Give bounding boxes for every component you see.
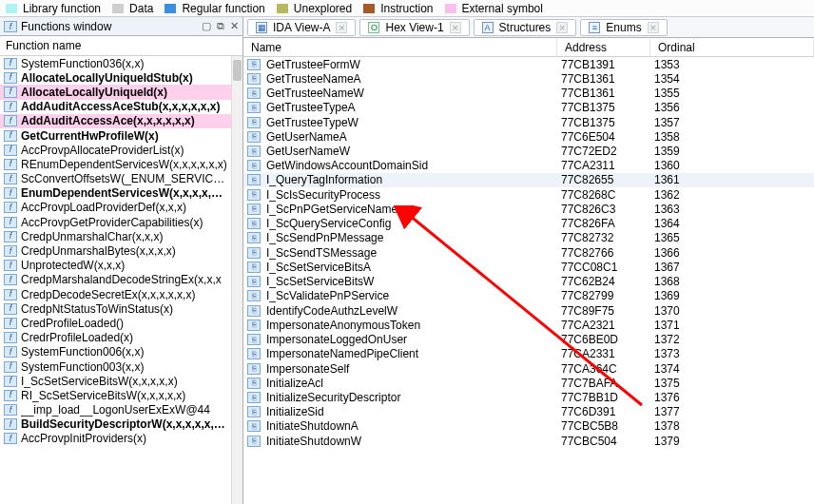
tab-hex[interactable]: OHex View-1×: [359, 19, 469, 36]
tab-close-icon[interactable]: ×: [336, 22, 347, 33]
export-row[interactable]: ⎘I_ScValidatePnPService77C827991369: [243, 289, 814, 303]
export-ordinal: 1376: [654, 391, 814, 404]
tab-enum[interactable]: ≡Enums×: [580, 19, 667, 36]
function-name: SystemFunction006(x,x): [21, 345, 144, 359]
function-row[interactable]: fSystemFunction003(x,x): [0, 359, 242, 374]
function-row[interactable]: fAccProvpGetProviderCapabilities(x): [0, 215, 242, 229]
export-row[interactable]: ⎘GetTrusteeFormW77CB13911353: [243, 57, 814, 71]
export-icon: ⎘: [247, 290, 261, 301]
export-row[interactable]: ⎘InitiateShutdownW77CBC5041379: [243, 434, 814, 448]
export-row[interactable]: ⎘I_QueryTagInformation77C826551361: [243, 173, 814, 187]
enum-icon: ≡: [589, 22, 600, 33]
function-row[interactable]: fAccProvpInitProviders(x): [0, 432, 242, 446]
column-address[interactable]: Address: [557, 39, 650, 56]
function-row[interactable]: fCredpUnmarshalBytes(x,x,x,x): [0, 243, 242, 258]
export-name: ImpersonateAnonymousToken: [266, 319, 561, 332]
function-row[interactable]: fREnumDependentServicesW(x,x,x,x,x,x): [0, 157, 242, 171]
function-row[interactable]: fCredrProfileLoaded(x): [0, 331, 242, 345]
function-row[interactable]: fAllocateLocallyUniqueId(x): [0, 85, 242, 99]
export-row[interactable]: ⎘ImpersonateLoggedOnUser77C6BE0D1372: [243, 332, 814, 346]
export-address: 77C82655: [561, 173, 654, 186]
export-icon: ⎘: [247, 276, 261, 287]
export-name: InitiateShutdownA: [266, 419, 561, 433]
tab-close-icon[interactable]: ×: [556, 22, 568, 33]
export-address: 77C72ED2: [561, 145, 654, 158]
function-row[interactable]: fSystemFunction006(x,x): [0, 345, 242, 359]
export-row[interactable]: ⎘InitiateShutdownA77CBC5B81378: [243, 419, 814, 434]
function-row[interactable]: fUnprotectedW(x,x,x): [0, 259, 242, 273]
export-row[interactable]: ⎘GetUserNameA77C6E5041358: [243, 129, 814, 144]
function-row[interactable]: fAddAuditAccessAce(x,x,x,x,x,x): [0, 114, 242, 128]
function-row[interactable]: fAccProvpLoadProviderDef(x,x,x): [0, 201, 242, 215]
export-row[interactable]: ⎘GetTrusteeNameW77CB13611355: [243, 86, 814, 100]
panel-close-icon[interactable]: ✕: [230, 21, 239, 31]
function-name: AddAuditAccessAce(x,x,x,x,x,x): [21, 114, 195, 127]
export-row[interactable]: ⎘GetTrusteeTypeA77CB13751356: [243, 101, 814, 115]
export-row[interactable]: ⎘ImpersonateSelf77CA364C1374: [243, 361, 814, 376]
exports-list[interactable]: ⎘GetTrusteeFormW77CB13911353⎘GetTrusteeN…: [243, 57, 814, 504]
export-row[interactable]: ⎘I_ScIsSecurityProcess77C8268C1362: [243, 187, 814, 202]
export-ordinal: 1364: [654, 217, 814, 230]
function-row[interactable]: fCredpDecodeSecretEx(x,x,x,x,x,x): [0, 287, 242, 301]
panel-maximize-icon[interactable]: ⧉: [217, 21, 224, 31]
export-name: ImpersonateLoggedOnUser: [266, 333, 561, 346]
export-row[interactable]: ⎘GetTrusteeTypeW77CB13751357: [243, 115, 814, 129]
function-row[interactable]: fCredProfileLoaded(): [0, 316, 242, 330]
function-row[interactable]: fAllocateLocallyUniqueIdStub(x): [0, 70, 242, 85]
tab-close-icon[interactable]: ×: [648, 22, 659, 33]
functions-column-header[interactable]: Function name: [0, 36, 242, 56]
export-row[interactable]: ⎘I_ScQueryServiceConfig77C826FA1364: [243, 217, 814, 231]
function-row[interactable]: fGetCurrentHwProfileW(x): [0, 128, 242, 143]
tab-label: IDA View-A: [273, 21, 330, 34]
export-row[interactable]: ⎘InitializeAcl77C7BAFA1375: [243, 376, 814, 390]
function-row[interactable]: fAddAuditAccessAceStub(x,x,x,x,x,x): [0, 100, 242, 114]
panel-undock-icon[interactable]: ▢: [202, 21, 211, 31]
export-row[interactable]: ⎘GetUserNameW77C72ED21359: [243, 144, 814, 158]
export-row[interactable]: ⎘GetTrusteeNameA77CB13611354: [243, 71, 814, 86]
export-row[interactable]: ⎘IdentifyCodeAuthzLevelW77C89F751370: [243, 303, 814, 318]
functions-list[interactable]: fSystemFunction036(x,x)fAllocateLocallyU…: [0, 56, 242, 504]
function-row[interactable]: fBuildSecurityDescriptorW(x,x,x,x,x,x,x: [0, 417, 242, 432]
export-row[interactable]: ⎘I_ScSendTSMessage77C827661366: [243, 245, 814, 260]
function-name: CredpUnmarshalBytes(x,x,x,x): [21, 244, 176, 258]
function-row[interactable]: fSystemFunction036(x,x): [0, 56, 242, 70]
export-row[interactable]: ⎘I_ScSetServiceBitsA77CC08C11367: [243, 260, 814, 274]
legend-chip-external: [445, 4, 456, 13]
scrollbar-track[interactable]: [231, 56, 242, 504]
export-icon: ⎘: [247, 174, 261, 185]
export-row[interactable]: ⎘GetWindowsAccountDomainSid77CA23111360: [243, 159, 814, 173]
func-icon: f: [4, 346, 17, 358]
column-name[interactable]: Name: [243, 39, 557, 56]
function-row[interactable]: fCredpMarshalandDecodeStringEx(x,x,x: [0, 273, 242, 287]
function-name: CredpNtStatusToWinStatus(x): [21, 302, 173, 316]
export-address: 77C6D391: [561, 405, 654, 418]
function-row[interactable]: f__imp_load__LogonUserExExW@44: [0, 403, 242, 417]
export-row[interactable]: ⎘I_ScPnPGetServiceName77C826C31363: [243, 202, 814, 216]
export-address: 77C89F75: [561, 304, 654, 318]
export-row[interactable]: ⎘I_ScSetServiceBitsW77C62B241368: [243, 275, 814, 289]
export-row[interactable]: ⎘InitializeSid77C6D3911377: [243, 405, 814, 419]
tab-struct[interactable]: AStructures×: [474, 19, 577, 36]
function-row[interactable]: fScConvertOffsetsW(_ENUM_SERVICE_ST: [0, 172, 242, 186]
tab-close-icon[interactable]: ×: [450, 22, 461, 33]
function-row[interactable]: fCredpUnmarshalChar(x,x,x): [0, 229, 242, 243]
column-ordinal[interactable]: Ordinal: [650, 39, 814, 56]
scrollbar-thumb[interactable]: [233, 60, 242, 81]
function-row[interactable]: fAccProvpAllocateProviderList(x): [0, 143, 242, 157]
export-row[interactable]: ⎘ImpersonateAnonymousToken77CA23211371: [243, 318, 814, 332]
tab-ida[interactable]: ▦IDA View-A×: [247, 19, 356, 36]
export-icon: ⎘: [247, 334, 261, 345]
struct-icon: A: [482, 22, 494, 33]
function-name: GetCurrentHwProfileW(x): [21, 129, 159, 143]
export-row[interactable]: ⎘I_ScSendPnPMessage77C827321365: [243, 231, 814, 245]
function-row[interactable]: fRI_ScSetServiceBitsW(x,x,x,x,x): [0, 388, 242, 402]
tab-label: Structures: [499, 21, 552, 34]
legend-bar: Library function Data Regular function U…: [0, 0, 814, 17]
export-row[interactable]: ⎘ImpersonateNamedPipeClient77CA23311373: [243, 347, 814, 361]
function-row[interactable]: fCredpNtStatusToWinStatus(x): [0, 301, 242, 316]
function-row[interactable]: fI_ScSetServiceBitsW(x,x,x,x,x): [0, 374, 242, 388]
func-icon: f: [4, 332, 17, 343]
function-row[interactable]: fEnumDependentServicesW(x,x,x,x,x,x): [0, 186, 242, 201]
export-address: 77C7BAFA: [561, 377, 654, 390]
export-row[interactable]: ⎘InitializeSecurityDescriptor77C7BB1D137…: [243, 390, 814, 404]
